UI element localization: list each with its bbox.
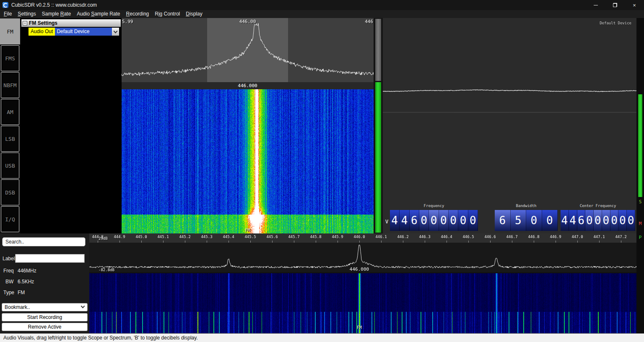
demod-controls: Frequency Bandwidth Center Frequency V 4…: [383, 201, 636, 233]
digit[interactable]: 5: [511, 210, 527, 231]
tick-label: 446.9: [549, 235, 562, 239]
bookmark-dropdown[interactable]: Bookmark..: [2, 303, 88, 311]
tick-label: 446.5: [462, 235, 475, 239]
digit[interactable]: 0: [429, 210, 439, 231]
main-spectrum-canvas[interactable]: [122, 18, 374, 82]
mute-button[interactable]: M: [636, 221, 644, 226]
tick-label: 445.3: [200, 235, 213, 239]
digit[interactable]: 0: [594, 210, 602, 231]
digit[interactable]: 0: [627, 210, 635, 231]
menu-item-audio-sample-rate[interactable]: Audio Sample Rate: [74, 10, 123, 18]
fm-settings-header[interactable]: − FM Settings: [21, 19, 121, 27]
tick-label: 446.1: [374, 235, 388, 239]
fm-settings-title: FM Settings: [29, 20, 57, 26]
label-field[interactable]: [15, 254, 85, 263]
digit[interactable]: 0: [526, 210, 542, 231]
digit[interactable]: 6: [495, 210, 511, 231]
mode-button-fm[interactable]: FM: [0, 18, 20, 44]
label-field-label: Label: [3, 256, 15, 262]
tick-label: 446.2: [396, 235, 410, 239]
wide-waterfall-mode-label: FM: [357, 325, 362, 330]
gain-slider-track[interactable]: [375, 19, 381, 81]
menu-item-recording[interactable]: Recording: [123, 10, 152, 18]
mode-button-usb[interactable]: USB: [1, 153, 19, 179]
digit[interactable]: 0: [468, 210, 478, 231]
collapse-icon[interactable]: −: [23, 21, 27, 26]
db-ceiling-label: 29dB: [99, 236, 108, 241]
mode-button-lsb[interactable]: LSB: [1, 126, 19, 152]
status-bar: Audio Visuals, drag left/right to toggle…: [0, 333, 644, 342]
digit[interactable]: 0: [618, 210, 627, 231]
wide-center-frequency-readout: 446.000: [350, 267, 369, 272]
mode-button-nbfm[interactable]: NBFM: [1, 72, 19, 98]
start-recording-button[interactable]: Start Recording: [2, 313, 88, 321]
tick-label: 446.8: [527, 235, 540, 239]
solo-button[interactable]: S: [636, 199, 644, 205]
window-controls: ×: [586, 0, 644, 10]
menu-bar: FileSettingsSample RateAudio Sample Rate…: [0, 10, 644, 18]
spectrum-freq-label-center: 446.00: [239, 19, 256, 24]
bookmark-dropdown-value: Bookmark..: [5, 304, 30, 310]
close-icon: ×: [633, 2, 636, 8]
frequency-display[interactable]: 446000000: [390, 210, 478, 231]
close-button[interactable]: ×: [625, 0, 644, 10]
mode-button-iq[interactable]: I/Q: [1, 206, 19, 232]
main-waterfall-panel: FM: [122, 89, 374, 233]
frequency-scale[interactable]: 444.8444.9445.0445.1445.2445.3445.4445.5…: [89, 233, 636, 243]
digit[interactable]: 4: [569, 210, 577, 231]
audio-device-dropdown-button[interactable]: [112, 28, 119, 36]
frequency-label: Frequency: [390, 204, 478, 208]
mode-button-fms[interactable]: FMS: [1, 45, 19, 71]
remove-active-button[interactable]: Remove Active: [2, 323, 88, 331]
peak-strip: P: [636, 233, 644, 333]
digit[interactable]: 0: [610, 210, 619, 231]
digit[interactable]: 0: [542, 210, 558, 231]
menu-item-settings[interactable]: Settings: [15, 10, 39, 18]
mode-button-am[interactable]: AM: [1, 99, 19, 125]
digit[interactable]: 4: [400, 210, 409, 231]
gain-slider-level[interactable]: [375, 82, 381, 233]
audio-out-row: Audio Out Default Device: [29, 28, 119, 36]
mode-button-dsb[interactable]: DSB: [1, 179, 19, 205]
type-row-value: FM: [18, 290, 25, 295]
peak-hold-button[interactable]: P: [636, 235, 644, 240]
wide-waterfall-canvas[interactable]: [89, 273, 636, 333]
main-waterfall-canvas[interactable]: [122, 89, 374, 233]
tick-label: 447.2: [614, 235, 628, 239]
audio-device-select[interactable]: Default Device: [55, 28, 112, 36]
digit[interactable]: 6: [410, 210, 419, 231]
audio-level-meter[interactable]: [638, 94, 642, 197]
digit[interactable]: 6: [577, 210, 586, 231]
maximize-button[interactable]: [605, 0, 625, 10]
tick-label: 445.9: [331, 235, 344, 239]
waterfall-mode-label: FM: [245, 228, 250, 233]
menu-item-sample-rate[interactable]: Sample Rate: [39, 10, 74, 18]
search-input[interactable]: [2, 237, 86, 246]
wide-spectrum-area: 444.8444.9445.0445.1445.2445.3445.4445.5…: [89, 233, 636, 333]
visual-gain-slider[interactable]: [374, 18, 383, 233]
bandwidth-label: Bandwidth: [495, 204, 558, 208]
spectrum-freq-label-right: 446: [365, 19, 373, 24]
menu-item-rig-control[interactable]: Rig Control: [152, 10, 183, 18]
tick-label: 446.4: [440, 235, 453, 239]
menu-item-display[interactable]: Display: [183, 10, 205, 18]
bw-row-label: BW: [5, 279, 13, 285]
menu-item-file[interactable]: File: [1, 10, 15, 18]
digit[interactable]: 0: [419, 210, 429, 231]
digit[interactable]: 0: [458, 210, 468, 231]
digit[interactable]: 0: [439, 210, 449, 231]
audio-gain-strip: S M: [636, 18, 644, 233]
db-floor-label: -82.8dB: [99, 268, 114, 272]
digit[interactable]: 0: [602, 210, 610, 231]
digit[interactable]: 4: [390, 210, 400, 231]
tick-label: 445.7: [287, 235, 301, 239]
digit[interactable]: 4: [561, 210, 569, 231]
center-frequency-display[interactable]: 446000000: [561, 210, 635, 231]
mode-sidebar: FMFMSNBFMAMLSBUSBDSBI/Q: [0, 18, 20, 233]
audio-scope-canvas[interactable]: [383, 18, 636, 201]
digit[interactable]: 0: [585, 210, 594, 231]
scope-device-label: Default Device: [600, 21, 631, 25]
bandwidth-display[interactable]: 6500: [495, 210, 558, 231]
minimize-button[interactable]: [586, 0, 605, 10]
digit[interactable]: 0: [449, 210, 458, 231]
